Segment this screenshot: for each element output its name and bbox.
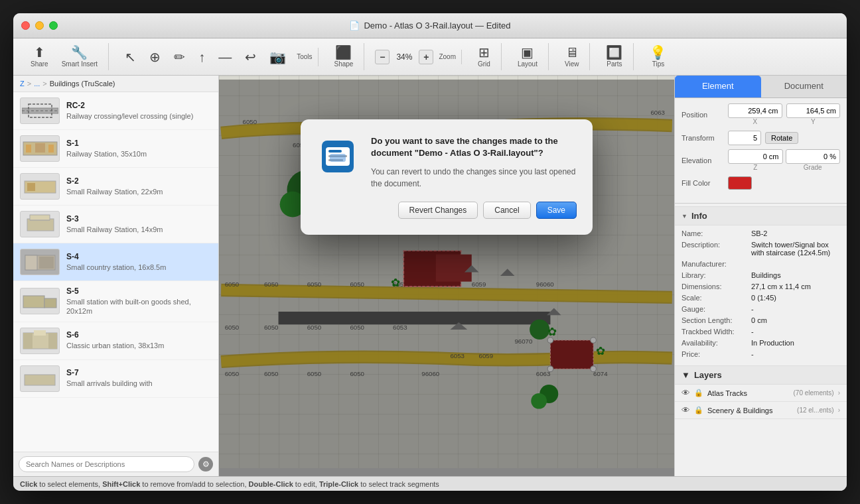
part-item-s6[interactable]: S-6 Classic urban station, 38x13m (13, 322, 218, 360)
part-item-s3[interactable]: S-3 Small Railway Station, 14x9m (13, 206, 218, 243)
add-tool-button[interactable]: ⊕ (144, 48, 166, 66)
info-key-mfr: Manufacturer: (681, 260, 751, 268)
pencil-tool-button[interactable]: ✏ (169, 48, 190, 66)
toolbar-parts-group: 🔲 Parts (595, 43, 634, 70)
part-code-s5: S-5 (66, 286, 212, 296)
transform-input[interactable] (728, 131, 761, 145)
part-desc-s1: Railway Station, 35x10m (66, 149, 212, 158)
tab-document[interactable]: Document (761, 76, 847, 97)
svg-rect-20 (34, 330, 46, 336)
zoom-in-button[interactable]: + (419, 50, 433, 64)
position-x-input[interactable] (728, 103, 782, 118)
transform-label: Transform (681, 134, 728, 142)
up-tool-button[interactable]: ↑ (193, 48, 210, 66)
position-y-label: Y (786, 118, 841, 125)
info-val-trackbed: - (751, 328, 840, 336)
info-section-header[interactable]: ▼ Info (675, 206, 847, 225)
svg-rect-4 (26, 145, 31, 153)
info-key-avail: Availability: (681, 339, 751, 347)
info-key-price: Price: (681, 350, 751, 358)
info-row-section-len: Section Length: 0 cm (681, 316, 840, 324)
part-thumb-s5 (20, 288, 60, 314)
fill-color-swatch[interactable] (728, 176, 752, 190)
svg-rect-5 (35, 143, 45, 153)
modal-title: Do you want to save the changes made to … (371, 135, 577, 159)
position-label: Position (681, 111, 728, 119)
layer-item-scenery[interactable]: 👁 🔒 Scenery & Buildings (12 el...ents) › (675, 402, 847, 419)
part-item-s4[interactable]: S-4 Small country station, 16x8.5m (13, 243, 218, 281)
info-row-desc: Description: Switch tower/Signal box wit… (681, 241, 840, 257)
revert-changes-button[interactable]: Revert Changes (398, 202, 478, 219)
view-button[interactable]: 🖥 View (559, 43, 585, 70)
part-thumb-s4 (20, 249, 60, 275)
layer-lock-scenery-icon[interactable]: 🔒 (694, 406, 703, 414)
part-desc-s5: Small station with built-on goods shed, … (66, 297, 212, 316)
grid-button[interactable]: ⊞ Grid (472, 43, 496, 70)
layer-count-scenery: (12 el...ents) (797, 407, 834, 414)
layer-eye-atlas-icon[interactable]: 👁 (681, 388, 690, 398)
position-y-input[interactable] (786, 103, 841, 118)
camera-tool-button[interactable]: 📷 (264, 48, 291, 66)
undo-tool-button[interactable]: ↩ (240, 48, 261, 66)
svg-rect-56 (330, 154, 346, 162)
layers-section-label: Layers (694, 370, 722, 380)
pencil-icon: ✏ (174, 50, 185, 64)
toolbar-shape-group: ⬛ Shape (324, 43, 365, 70)
save-button[interactable]: Save (536, 202, 577, 219)
camera-icon: 📷 (269, 50, 286, 64)
close-button[interactable] (21, 21, 30, 30)
breadcrumb-current: Buildings (TruScale) (50, 80, 115, 88)
info-key-section-len: Section Length: (681, 316, 751, 324)
share-button[interactable]: ⬆ Share (25, 43, 54, 70)
divider-1 (675, 203, 847, 204)
elevation-inputs: Z Grade (728, 149, 840, 171)
tips-button[interactable]: 💡 Tips (644, 43, 672, 70)
layout-button[interactable]: ▣ Layout (512, 43, 543, 70)
plus-circle-icon: ⊕ (149, 50, 161, 64)
smart-insert-button[interactable]: 🔧 Smart Insert (56, 43, 103, 70)
cursor-icon: ↖ (125, 50, 136, 64)
part-item-s2[interactable]: S-2 Small Railway Station, 22x9m (13, 168, 218, 206)
select-tool-button[interactable]: ↖ (119, 48, 141, 66)
svg-rect-8 (27, 183, 35, 191)
elevation-label: Elevation (681, 157, 728, 164)
shape-button[interactable]: ⬛ Shape (329, 43, 359, 70)
layer-lock-atlas-icon[interactable]: 🔒 (694, 389, 703, 397)
layer-eye-scenery-icon[interactable]: 👁 (681, 405, 690, 415)
draw-tool-button[interactable]: — (213, 48, 237, 66)
modal-overlay: Do you want to save the changes made to … (219, 80, 674, 476)
maximize-button[interactable] (49, 21, 58, 30)
search-settings-button[interactable]: ⚙ (198, 457, 213, 472)
part-item-s1[interactable]: S-1 Railway Station, 35x10m (13, 130, 218, 168)
breadcrumb-z[interactable]: Z (20, 80, 25, 88)
part-info-rc2: RC-2 Railway crossing/level crossing (si… (66, 101, 212, 121)
shape-icon: ⬛ (335, 46, 352, 59)
breadcrumb-ellipsis[interactable]: ... (34, 80, 40, 88)
zoom-out-button[interactable]: − (375, 50, 390, 64)
elevation-z-input[interactable] (728, 149, 783, 164)
part-thumb-rc2 (20, 97, 60, 124)
tab-element[interactable]: Element (675, 76, 761, 97)
elevation-grade-input[interactable] (786, 149, 841, 164)
statusbar-text: Click to select elements, Shift+Click to… (20, 480, 439, 488)
modal-dialog: Do you want to save the changes made to … (301, 119, 593, 235)
part-item-s7[interactable]: S-7 Small arrivals building with (13, 360, 218, 398)
cancel-button[interactable]: Cancel (483, 202, 530, 219)
part-info-s4: S-4 Small country station, 16x8.5m (66, 252, 212, 272)
parts-button[interactable]: 🔲 Parts (601, 43, 628, 70)
tools-label: Tools (297, 53, 312, 60)
layers-triangle-icon: ▼ (681, 370, 690, 380)
part-item-s5[interactable]: S-5 Small station with built-on goods sh… (13, 281, 218, 322)
part-code-s3: S-3 (66, 214, 212, 223)
search-input[interactable] (19, 456, 194, 472)
info-section-label: Info (691, 211, 707, 221)
part-thumb-s3 (20, 211, 60, 237)
rotate-button[interactable]: Rotate (765, 132, 798, 144)
minimize-button[interactable] (35, 21, 44, 30)
layers-section-header[interactable]: ▼ Layers (675, 365, 847, 385)
svg-rect-21 (25, 375, 55, 385)
info-val-avail: In Production (751, 339, 840, 347)
layer-item-atlas[interactable]: 👁 🔒 Atlas Tracks (70 elements) › (675, 385, 847, 402)
toolbar-tools-group: ↖ ⊕ ✏ ↑ — ↩ 📷 Tools (114, 48, 318, 66)
part-item-rc2[interactable]: RC-2 Railway crossing/level crossing (si… (13, 92, 218, 130)
